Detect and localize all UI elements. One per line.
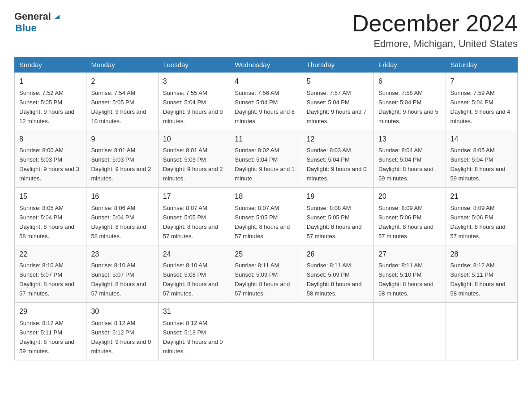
calendar-cell: 18Sunrise: 8:07 AMSunset: 5:05 PMDayligh… (230, 188, 302, 245)
day-info: Sunrise: 8:12 AMSunset: 5:13 PMDaylight:… (163, 320, 223, 355)
day-info: Sunrise: 8:09 AMSunset: 5:06 PMDaylight:… (450, 205, 506, 240)
calendar-cell: 16Sunrise: 8:06 AMSunset: 5:04 PMDayligh… (86, 188, 158, 245)
day-info: Sunrise: 8:03 AMSunset: 5:04 PMDaylight:… (307, 147, 367, 182)
day-info: Sunrise: 8:00 AMSunset: 5:03 PMDaylight:… (19, 147, 79, 182)
day-number: 22 (19, 249, 82, 260)
day-of-week-header: Sunday (15, 57, 86, 73)
calendar-cell: 3Sunrise: 7:55 AMSunset: 5:04 PMDaylight… (158, 73, 230, 130)
calendar-cell: 31Sunrise: 8:12 AMSunset: 5:13 PMDayligh… (158, 303, 230, 360)
day-info: Sunrise: 7:56 AMSunset: 5:04 PMDaylight:… (235, 90, 295, 124)
calendar-cell: 13Sunrise: 8:04 AMSunset: 5:04 PMDayligh… (374, 130, 446, 187)
logo: General Blue (14, 11, 62, 34)
calendar-cell: 1Sunrise: 7:52 AMSunset: 5:05 PMDaylight… (15, 73, 86, 130)
calendar-cell: 2Sunrise: 7:54 AMSunset: 5:05 PMDaylight… (86, 73, 158, 130)
day-number: 18 (235, 191, 297, 202)
day-number: 31 (163, 306, 225, 317)
day-number: 15 (19, 191, 82, 202)
calendar-cell: 9Sunrise: 8:01 AMSunset: 5:03 PMDaylight… (86, 130, 158, 187)
calendar-cell: 28Sunrise: 8:12 AMSunset: 5:11 PMDayligh… (446, 245, 517, 302)
calendar-header-row: SundayMondayTuesdayWednesdayThursdayFrid… (15, 57, 518, 73)
calendar-table: SundayMondayTuesdayWednesdayThursdayFrid… (14, 57, 518, 360)
calendar-cell: 14Sunrise: 8:05 AMSunset: 5:04 PMDayligh… (446, 130, 517, 187)
page-header: General Blue December 2024 Edmore, Michi… (14, 11, 518, 50)
logo-general-text: General (14, 11, 51, 22)
day-info: Sunrise: 8:10 AMSunset: 5:07 PMDaylight:… (91, 262, 146, 297)
day-number: 27 (378, 249, 441, 260)
calendar-cell: 24Sunrise: 8:10 AMSunset: 5:08 PMDayligh… (158, 245, 230, 302)
day-number: 20 (378, 191, 441, 202)
day-number: 12 (307, 134, 369, 145)
day-info: Sunrise: 8:02 AMSunset: 5:04 PMDaylight:… (235, 147, 295, 182)
svg-marker-0 (54, 15, 60, 19)
day-number: 29 (19, 306, 82, 317)
calendar-cell: 29Sunrise: 8:12 AMSunset: 5:11 PMDayligh… (15, 303, 86, 360)
day-info: Sunrise: 7:59 AMSunset: 5:04 PMDaylight:… (450, 90, 511, 124)
day-number: 8 (19, 134, 82, 145)
day-number: 19 (307, 191, 369, 202)
day-number: 11 (235, 134, 297, 145)
day-number: 28 (450, 249, 513, 260)
month-title: December 2024 (352, 11, 518, 36)
logo-blue-text: Blue (15, 22, 37, 34)
day-info: Sunrise: 8:01 AMSunset: 5:03 PMDaylight:… (163, 147, 223, 182)
calendar-cell: 11Sunrise: 8:02 AMSunset: 5:04 PMDayligh… (230, 130, 302, 187)
day-of-week-header: Thursday (302, 57, 373, 73)
calendar-week-row: 8Sunrise: 8:00 AMSunset: 5:03 PMDaylight… (15, 130, 518, 187)
day-info: Sunrise: 7:54 AMSunset: 5:05 PMDaylight:… (91, 90, 146, 124)
calendar-cell: 8Sunrise: 8:00 AMSunset: 5:03 PMDaylight… (15, 130, 86, 187)
day-number: 6 (378, 76, 441, 87)
calendar-cell: 23Sunrise: 8:10 AMSunset: 5:07 PMDayligh… (86, 245, 158, 302)
day-of-week-header: Friday (374, 57, 446, 73)
calendar-cell: 21Sunrise: 8:09 AMSunset: 5:06 PMDayligh… (446, 188, 517, 245)
day-number: 3 (163, 76, 225, 87)
day-info: Sunrise: 8:05 AMSunset: 5:04 PMDaylight:… (19, 205, 74, 240)
location-subtitle: Edmore, Michigan, United States (352, 38, 518, 50)
calendar-cell: 10Sunrise: 8:01 AMSunset: 5:03 PMDayligh… (158, 130, 230, 187)
day-info: Sunrise: 8:10 AMSunset: 5:08 PMDaylight:… (163, 262, 218, 297)
day-number: 2 (91, 76, 153, 87)
day-info: Sunrise: 8:11 AMSunset: 5:09 PMDaylight:… (235, 262, 290, 297)
calendar-cell: 19Sunrise: 8:08 AMSunset: 5:05 PMDayligh… (302, 188, 373, 245)
day-number: 5 (307, 76, 369, 87)
title-block: December 2024 Edmore, Michigan, United S… (352, 11, 518, 50)
day-number: 1 (19, 76, 82, 87)
calendar-cell (302, 303, 373, 360)
day-info: Sunrise: 8:12 AMSunset: 5:11 PMDaylight:… (450, 262, 506, 297)
day-info: Sunrise: 8:07 AMSunset: 5:05 PMDaylight:… (235, 205, 290, 240)
day-info: Sunrise: 7:55 AMSunset: 5:04 PMDaylight:… (163, 90, 223, 124)
day-number: 13 (378, 134, 441, 145)
day-info: Sunrise: 8:11 AMSunset: 5:10 PMDaylight:… (378, 262, 433, 297)
day-of-week-header: Wednesday (230, 57, 302, 73)
day-info: Sunrise: 8:04 AMSunset: 5:04 PMDaylight:… (378, 147, 433, 182)
calendar-cell (230, 303, 302, 360)
day-info: Sunrise: 7:57 AMSunset: 5:04 PMDaylight:… (307, 90, 367, 124)
day-number: 17 (163, 191, 225, 202)
calendar-cell: 5Sunrise: 7:57 AMSunset: 5:04 PMDaylight… (302, 73, 373, 130)
calendar-cell: 15Sunrise: 8:05 AMSunset: 5:04 PMDayligh… (15, 188, 86, 245)
calendar-week-row: 29Sunrise: 8:12 AMSunset: 5:11 PMDayligh… (15, 303, 518, 360)
day-info: Sunrise: 7:52 AMSunset: 5:05 PMDaylight:… (19, 90, 74, 124)
day-of-week-header: Saturday (446, 57, 517, 73)
calendar-cell: 4Sunrise: 7:56 AMSunset: 5:04 PMDaylight… (230, 73, 302, 130)
day-number: 25 (235, 249, 297, 260)
day-info: Sunrise: 8:08 AMSunset: 5:05 PMDaylight:… (307, 205, 362, 240)
day-number: 23 (91, 249, 153, 260)
day-of-week-header: Tuesday (158, 57, 230, 73)
calendar-cell: 30Sunrise: 8:12 AMSunset: 5:12 PMDayligh… (86, 303, 158, 360)
day-info: Sunrise: 7:58 AMSunset: 5:04 PMDaylight:… (378, 90, 438, 124)
calendar-cell: 22Sunrise: 8:10 AMSunset: 5:07 PMDayligh… (15, 245, 86, 302)
day-info: Sunrise: 8:10 AMSunset: 5:07 PMDaylight:… (19, 262, 74, 297)
day-number: 21 (450, 191, 513, 202)
calendar-week-row: 15Sunrise: 8:05 AMSunset: 5:04 PMDayligh… (15, 188, 518, 245)
day-info: Sunrise: 8:05 AMSunset: 5:04 PMDaylight:… (450, 147, 506, 182)
day-info: Sunrise: 8:01 AMSunset: 5:03 PMDaylight:… (91, 147, 151, 182)
day-number: 4 (235, 76, 297, 87)
calendar-cell (374, 303, 446, 360)
day-number: 24 (163, 249, 225, 260)
calendar-cell: 7Sunrise: 7:59 AMSunset: 5:04 PMDaylight… (446, 73, 517, 130)
day-number: 26 (307, 249, 369, 260)
day-info: Sunrise: 8:11 AMSunset: 5:09 PMDaylight:… (307, 262, 362, 297)
calendar-cell: 20Sunrise: 8:09 AMSunset: 5:06 PMDayligh… (374, 188, 446, 245)
day-number: 16 (91, 191, 153, 202)
calendar-cell: 27Sunrise: 8:11 AMSunset: 5:10 PMDayligh… (374, 245, 446, 302)
